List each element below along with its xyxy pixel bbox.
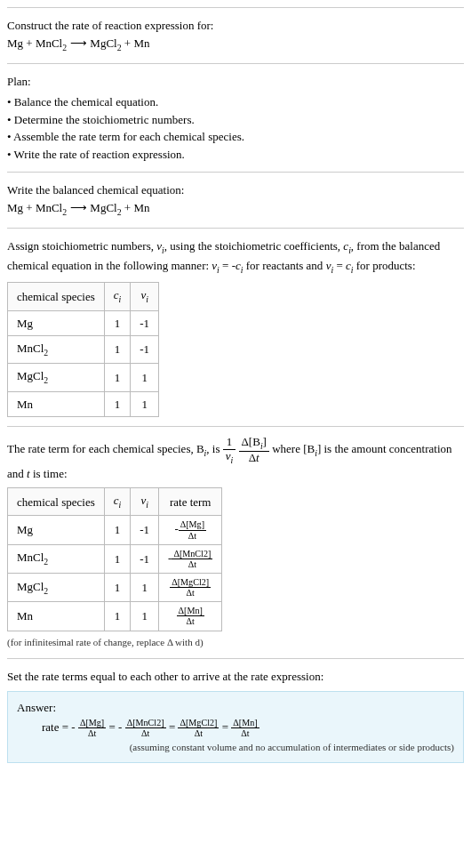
rateterm-section: The rate term for each chemical species,… — [7, 426, 464, 658]
prompt-text: Construct the rate of reaction expressio… — [7, 17, 464, 35]
rate-expression: rate = - Δ[Mg]Δt = - Δ[MnCl2]Δt = Δ[MgCl… — [17, 718, 454, 738]
rateterm-table: chemical species ci νi rate term Mg 1 -1… — [7, 487, 222, 631]
table-row: MgCl2 1 1 Δ[MgCl2]Δt — [8, 574, 222, 602]
table-row: Mn 1 1 — [8, 391, 159, 417]
plan-list: Balance the chemical equation. Determine… — [7, 93, 464, 163]
table-row: Mg 1 -1 — [8, 310, 159, 336]
col-c: ci — [104, 488, 131, 516]
plan-item: Balance the chemical equation. — [7, 93, 464, 111]
rateterm-intro: The rate term for each chemical species,… — [7, 436, 464, 482]
plan-item: Write the rate of reaction expression. — [7, 146, 464, 164]
plan-item: Determine the stoichiometric numbers. — [7, 111, 464, 129]
rate-formula-frac2: Δ[Bi]Δt — [239, 436, 269, 465]
reaction-equation: Mg + MnCl2 ⟶ MgCl2 + Mn — [7, 35, 464, 54]
delta-note: (for infinitesimal rate of change, repla… — [7, 635, 464, 650]
table-row: Mn 1 1 Δ[Mn]Δt — [8, 602, 222, 631]
final-title: Set the rate terms equal to each other t… — [7, 668, 464, 686]
answer-box: Answer: rate = - Δ[Mg]Δt = - Δ[MnCl2]Δt … — [7, 691, 464, 763]
col-species: chemical species — [8, 488, 105, 516]
assumption-note: (assuming constant volume and no accumul… — [17, 740, 454, 755]
plan-item: Assemble the rate term for each chemical… — [7, 128, 464, 146]
table-row: MnCl2 1 -1 -Δ[MnCl2]Δt — [8, 544, 222, 573]
stoich-section: Assign stoichiometric numbers, νi, using… — [7, 228, 464, 426]
table-row: Mg 1 -1 -Δ[Mg]Δt — [8, 516, 222, 544]
rate-formula-frac1: 1νi — [223, 436, 236, 465]
col-species: chemical species — [8, 283, 105, 310]
col-c: ci — [104, 283, 131, 310]
balanced-title: Write the balanced chemical equation: — [7, 181, 464, 199]
balanced-equation: Mg + MnCl2 ⟶ MgCl2 + Mn — [7, 199, 464, 219]
balanced-section: Write the balanced chemical equation: Mg… — [7, 172, 464, 228]
answer-label: Answer: — [17, 699, 454, 717]
plan-title: Plan: — [7, 73, 464, 91]
table-header-row: chemical species ci νi rate term — [8, 488, 222, 516]
stoich-table: chemical species ci νi Mg 1 -1 MnCl2 1 -… — [7, 282, 159, 417]
plan-section: Plan: Balance the chemical equation. Det… — [7, 63, 464, 173]
col-nu: νi — [131, 488, 159, 516]
table-row: MgCl2 1 1 — [8, 364, 159, 391]
col-nu: νi — [131, 283, 159, 310]
header-section: Construct the rate of reaction expressio… — [7, 7, 464, 63]
final-section: Set the rate terms equal to each other t… — [7, 658, 464, 772]
table-row: MnCl2 1 -1 — [8, 336, 159, 364]
stoich-intro: Assign stoichiometric numbers, νi, using… — [7, 237, 464, 277]
col-rate: rate term — [159, 488, 222, 516]
table-header-row: chemical species ci νi — [8, 283, 159, 310]
